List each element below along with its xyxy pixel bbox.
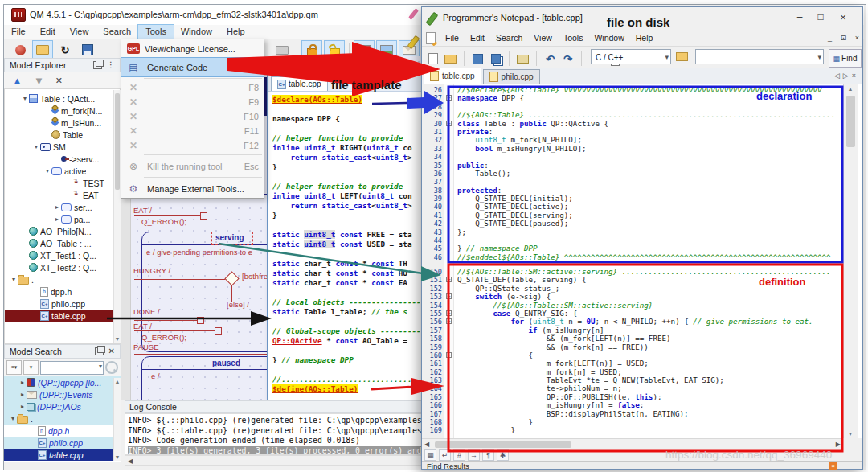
- scroll-down-icon[interactable]: ▼: [114, 454, 121, 460]
- fold-marker-icon[interactable]: −: [446, 277, 452, 282]
- transition-label[interactable]: DONE /: [133, 307, 160, 316]
- transition-line[interactable]: [134, 354, 267, 355]
- search-icon[interactable]: [105, 361, 118, 374]
- delete-item-button[interactable]: ✕: [55, 76, 63, 86]
- tab-table-cpp[interactable]: table.cpp: [271, 76, 328, 91]
- menu-help[interactable]: Help: [630, 32, 659, 44]
- tree-item[interactable]: ▸(DPP::)Events: [4, 388, 121, 400]
- tree-item[interactable]: ▸pa...: [5, 213, 120, 225]
- close-panel-icon[interactable]: ×: [829, 462, 837, 470]
- find-input[interactable]: [695, 49, 824, 64]
- model-search-scrollbar[interactable]: ▲ ▼: [113, 378, 121, 461]
- transition-label[interactable]: e / give pending permitions to e: [146, 248, 252, 257]
- scroll-down-icon[interactable]: ▼: [114, 336, 121, 342]
- scroll-left-icon[interactable]: ◀: [128, 458, 133, 465]
- menu-edit[interactable]: Edit: [465, 32, 490, 44]
- tools-menu-item[interactable]: F10: [121, 109, 264, 124]
- open-project-button[interactable]: [674, 49, 690, 64]
- chevron-down-icon[interactable]: ▾: [10, 276, 18, 283]
- mdi-close-icon[interactable]: ×: [852, 34, 862, 42]
- brush-tool-icon[interactable]: [406, 6, 421, 22]
- transition-label[interactable]: [else] /: [227, 300, 249, 309]
- transition-endpoint[interactable]: [197, 317, 204, 324]
- tree-item[interactable]: philo.cpp: [5, 298, 120, 310]
- new-model-button[interactable]: [10, 40, 31, 60]
- transition-label[interactable]: Q_ERROR();: [141, 217, 186, 226]
- fold-marker-icon[interactable]: −: [446, 95, 452, 101]
- show-whitespace-icon[interactable]: ¶: [482, 449, 494, 461]
- menu-view[interactable]: View: [63, 25, 96, 39]
- tree-item[interactable]: EAT: [5, 189, 120, 201]
- fold-marker-icon[interactable]: −: [446, 352, 452, 358]
- filter-button[interactable]: ≡▾: [6, 360, 22, 375]
- menu-view[interactable]: View: [528, 32, 558, 44]
- tree-item[interactable]: AO_Philo[N...: [5, 225, 120, 237]
- menu-tools[interactable]: Tools: [558, 32, 589, 44]
- menu-search[interactable]: Search: [96, 25, 138, 39]
- transition-endpoint[interactable]: [215, 327, 222, 335]
- tools-menu-item[interactable]: Manage External Tools...: [121, 179, 264, 198]
- close-panel-icon[interactable]: ✕: [108, 347, 115, 355]
- fold-marker-icon[interactable]: −: [446, 121, 452, 126]
- tree-item[interactable]: table.cpp: [4, 449, 121, 461]
- tools-menu-item[interactable]: F9: [121, 95, 264, 109]
- chevron-right-icon[interactable]: ▸: [18, 379, 27, 386]
- transition-label[interactable]: PAUSE: [133, 343, 159, 351]
- tree-item[interactable]: ->serv...: [5, 153, 120, 165]
- pn-editor[interactable]: 26//$declare${AOs::Table} vvvvvvvvvvvvvv…: [422, 84, 862, 438]
- redo-button[interactable]: ↷: [560, 51, 575, 67]
- tools-menu-item[interactable]: View/change License...: [121, 39, 264, 58]
- maximize-button[interactable]: □: [811, 10, 830, 25]
- tree-item[interactable]: Table: [5, 129, 120, 141]
- tree-item[interactable]: dpp.h: [5, 285, 120, 298]
- menu-search[interactable]: Search: [490, 32, 528, 44]
- transition-label[interactable]: Q_ERROR();: [141, 333, 186, 342]
- close-button[interactable]: ×: [833, 10, 853, 25]
- tree-item[interactable]: XT_Test2 : Q...: [5, 261, 120, 273]
- tree-item[interactable]: ▾active: [5, 165, 120, 177]
- transition-label[interactable]: EAT /: [133, 206, 152, 215]
- line-numbers-icon[interactable]: #: [453, 449, 465, 461]
- fold-marker-icon[interactable]: −: [446, 293, 452, 299]
- move-down-button[interactable]: ▼: [34, 75, 44, 87]
- menu-window[interactable]: Window: [174, 25, 219, 39]
- tree-item[interactable]: ▾.: [4, 412, 121, 425]
- tree-item[interactable]: TEST: [5, 177, 120, 189]
- chevron-down-icon[interactable]: ▾: [21, 95, 29, 102]
- chevron-right-icon[interactable]: ▸: [18, 391, 27, 398]
- chevron-down-icon[interactable]: ▾: [43, 167, 51, 174]
- undo-button[interactable]: ↶: [542, 51, 558, 67]
- menu-window[interactable]: Window: [588, 32, 629, 44]
- tree-item[interactable]: philo.cpp: [4, 437, 121, 449]
- state-label[interactable]: paused: [212, 359, 240, 367]
- save-all-button[interactable]: [488, 51, 503, 67]
- float-panel-icon[interactable]: [95, 347, 104, 355]
- chevron-right-icon[interactable]: ▸: [53, 203, 61, 211]
- tree-item[interactable]: AO_Table : ...: [5, 237, 120, 249]
- tree-item[interactable]: ▸ser...: [5, 201, 120, 213]
- model-explorer-scrollbar[interactable]: ▼: [113, 90, 121, 343]
- word-wrap-icon[interactable]: ↵: [439, 449, 451, 461]
- transition-line[interactable]: [134, 279, 226, 280]
- tab-navigation[interactable]: ◁▷×: [834, 72, 859, 80]
- tree-item[interactable]: m_isHun...: [5, 117, 120, 129]
- tree-item[interactable]: table.cpp: [5, 310, 120, 322]
- pn-vertical-scrollbar[interactable]: ▲ ▼: [843, 84, 858, 438]
- tab-table-cpp[interactable]: table.cpp: [424, 68, 481, 84]
- tree-item[interactable]: m_fork[N...: [5, 105, 120, 117]
- mdi-minimize-icon[interactable]: _: [825, 34, 835, 42]
- tree-item[interactable]: ▸(DPP::)AOs: [4, 400, 121, 412]
- tools-menu-item[interactable]: Kill the running toolEsc: [121, 157, 264, 175]
- edit-marker-icon[interactable]: ✱: [497, 449, 509, 461]
- fold-marker-icon[interactable]: −: [446, 318, 452, 324]
- tools-menu-item[interactable]: Generate CodeF7: [121, 58, 264, 76]
- qm-code-area[interactable]: $declare(AOs::Table)namespace DPP {// he…: [268, 92, 438, 400]
- scroll-up-icon[interactable]: ▲: [114, 379, 121, 384]
- float-panel-icon[interactable]: [93, 61, 102, 69]
- transition-line[interactable]: [134, 320, 197, 321]
- scroll-left-icon[interactable]: ◀: [424, 441, 429, 448]
- state-label[interactable]: serving: [215, 233, 244, 242]
- scroll-down-icon[interactable]: ▼: [844, 431, 857, 437]
- open-file-button[interactable]: [443, 51, 458, 67]
- transition-line[interactable]: [134, 330, 215, 331]
